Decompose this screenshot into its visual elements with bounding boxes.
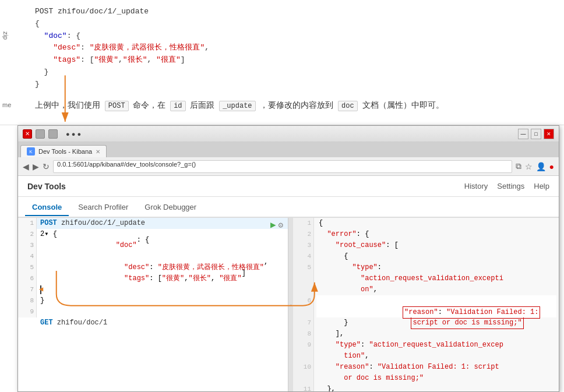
line-numbers: 1 2 3 4 5 6 7 8 9 (18, 218, 37, 317)
resize-button[interactable]: □ (531, 129, 541, 139)
explanation-text: 上例中，我们使用 POST 命令，在 id 后面跟 _update ，要修改的内… (35, 98, 552, 113)
browser-titlebar: ✕ ● ● ● — □ ✕ (18, 126, 559, 142)
out-line-3: "root_cause": [ (316, 240, 556, 251)
titlebar-left: ✕ ● ● ● (23, 129, 81, 139)
settings-button[interactable]: Settings (497, 182, 524, 190)
refresh-icon[interactable]: ↻ (43, 162, 50, 171)
back-icon[interactable]: ◀ (23, 162, 29, 171)
out-line-num-3: 3 (293, 240, 313, 251)
out-line-4: { (316, 251, 556, 262)
code-line-7: } (35, 79, 552, 91)
editor-line-9: GET zhifou/doc/1 (37, 317, 288, 329)
editor-line-3: "doc": { (37, 240, 288, 251)
update-code: _update (219, 101, 255, 111)
text-end: 文档（属性）中即可。 (362, 100, 444, 110)
out-line-num-9b (293, 351, 313, 362)
out-line-5b: "action_request_validation_excepti (316, 273, 556, 284)
line-num-3: 3 (18, 240, 36, 251)
document-area: POST zhifou/doc/1/_update { "doc": { "de… (0, 0, 564, 125)
sidebar-zip-label: zip (2, 31, 9, 40)
out-line-10: "reason": "Validation Failed: 1: script (316, 362, 556, 373)
text-before-cmd: 上例中，我们使用 (35, 100, 100, 110)
out-line-num-5c (293, 284, 313, 295)
line-num-5: 5 (18, 262, 36, 273)
out-line-5: "type": (316, 262, 556, 273)
minimize-button[interactable] (36, 129, 45, 139)
out-line-9: "type": "action_request_validation_excep (316, 340, 556, 351)
out-line-11: }, (316, 384, 556, 391)
address-input[interactable]: 0.0.1:5601/app/kibana#/dev_tools/console… (53, 160, 512, 173)
bookmark-icon[interactable]: ☆ (525, 162, 533, 171)
out-line-num-2: 2 (293, 229, 313, 240)
doc-code-inline: doc (338, 101, 358, 111)
sidebar-me-label: me (0, 99, 13, 111)
browser-tabbar: K Dev Tools - Kibana ✕ (18, 142, 559, 157)
kibana-header: Dev Tools History Settings Help (18, 176, 559, 197)
maximize-button[interactable] (48, 129, 58, 139)
browser-tab[interactable]: K Dev Tools - Kibana ✕ (20, 145, 107, 157)
help-button[interactable]: Help (534, 182, 549, 190)
console-panes: 1 2 3 4 5 6 7 8 9 POST zhifou/doc/1/_upd… (18, 218, 559, 391)
text-after-cmd: 命令，在 (133, 100, 165, 110)
editor-line-5b: "tags": ["很黄","很长", "很直"] (37, 273, 288, 284)
editor-line-8 (37, 306, 288, 317)
line-num-4: 4 (18, 251, 36, 262)
out-line-num-11: 11 (293, 384, 313, 391)
warning-icon[interactable]: ● (549, 162, 554, 171)
kibana-app: Dev Tools History Settings Help Console … (18, 176, 559, 391)
kibana-tabs: Console Search Profiler Grok Debugger (18, 197, 559, 218)
text-after-id: 后面跟 (190, 100, 214, 110)
browser-window: ✕ ● ● ● — □ ✕ K Dev Tools - Kibana ✕ ◀ ▶… (17, 125, 559, 392)
tab-close-icon[interactable]: ✕ (96, 149, 100, 155)
out-line-num-5: 5 (293, 262, 313, 273)
id-code: id (170, 101, 185, 111)
out-line-10b: or doc is missing;" (316, 373, 556, 384)
output-pane[interactable]: 1 2 3 4 5 6 7 8 9 10 11 12 (293, 218, 559, 391)
code-line-5: "tags": ["很黄","很长", "很直"] (35, 54, 552, 66)
resize-handle[interactable]: ··· (288, 218, 293, 391)
out-line-num-5b (293, 273, 313, 284)
code-line-3: "doc": { (35, 30, 552, 43)
code-line-6: } (35, 66, 552, 79)
code-content: POST zhifou/doc/1/_update ▶ ⚙ 2▾ { "doc"… (37, 218, 288, 329)
out-line-num-7: 7 (293, 317, 313, 329)
out-line-num-6b (293, 306, 313, 317)
line-num-6: 6 (18, 273, 36, 284)
text-after-update: ，要修改的内容放到 (260, 100, 333, 110)
out-line-num-10b (293, 373, 313, 384)
out-line-9b: tion", (316, 351, 556, 362)
code-line-2: { (35, 18, 552, 30)
user-icon[interactable]: 👤 (536, 162, 546, 171)
out-line-num-9: 9 (293, 340, 313, 351)
code-line-4: "desc": "皮肤很黄，武器很长，性格很直", (35, 42, 552, 54)
tab-search-profiler[interactable]: Search Profiler (71, 199, 135, 216)
output-content: { "error": { "root_cause": [ { "type": "… (314, 218, 559, 391)
line-num-2: 2 (18, 229, 36, 240)
line-num-7: 7 (18, 284, 36, 295)
history-button[interactable]: History (464, 182, 488, 190)
out-line-2: "error": { (316, 229, 556, 240)
out-line-num-6: 6 (293, 295, 313, 306)
code-line-1: POST zhifou/doc/1/_update (35, 6, 552, 18)
editor-pane[interactable]: 1 2 3 4 5 6 7 8 9 POST zhifou/doc/1/_upd… (18, 218, 288, 391)
out-line-5c: on", (316, 284, 556, 295)
editor-line-1: POST zhifou/doc/1/_update ▶ ⚙ (37, 218, 288, 229)
out-line-num-10: 10 (293, 362, 313, 373)
titlebar-controls: — □ ✕ (518, 129, 554, 139)
tab-grok-debugger[interactable]: Grok Debugger (138, 199, 203, 216)
kibana-nav: History Settings Help (464, 182, 549, 190)
line-num-9: 9 (18, 306, 36, 317)
copy-icon[interactable]: ⧉ (516, 161, 521, 171)
tab-console[interactable]: Console (25, 199, 69, 216)
x-close-button[interactable]: ✕ (544, 129, 554, 139)
restore-button[interactable]: — (518, 129, 528, 139)
editor-line-7: } (37, 295, 288, 306)
editor-line-6: ◀ (37, 284, 288, 295)
out-line-num-4: 4 (293, 251, 313, 262)
cmd-code: POST (105, 101, 129, 111)
close-button[interactable]: ✕ (23, 129, 32, 139)
doc-code-block: POST zhifou/doc/1/_update { "doc": { "de… (35, 6, 552, 91)
forward-icon[interactable]: ▶ (33, 162, 39, 171)
tab-favicon: K (27, 147, 35, 156)
out-line-1: { (316, 218, 556, 229)
